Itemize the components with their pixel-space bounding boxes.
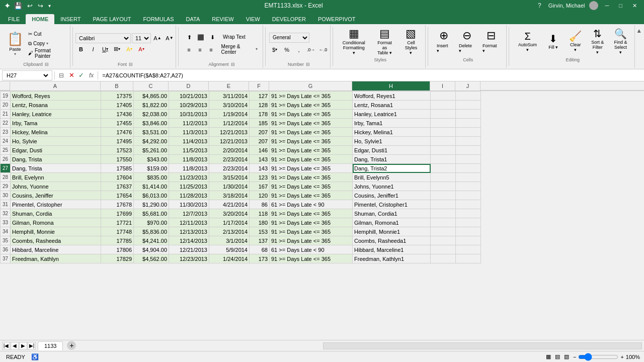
cell[interactable]: 12/11/2013 <box>169 218 209 227</box>
cell[interactable]: 17604 <box>101 173 134 182</box>
col-header-e[interactable]: E <box>209 81 249 90</box>
help-button[interactable]: ? <box>535 1 544 10</box>
row-number[interactable]: 26 <box>1 155 11 164</box>
cell[interactable]: $970.00 <box>134 218 169 227</box>
cell[interactable]: 143 <box>250 155 270 164</box>
row-number[interactable]: 35 <box>1 236 11 245</box>
cell[interactable] <box>431 92 456 101</box>
cell[interactable]: $4,241.00 <box>134 236 169 245</box>
cell[interactable] <box>456 146 481 155</box>
cell[interactable]: 123 <box>250 173 270 182</box>
cell[interactable]: 11/25/2013 <box>169 182 209 191</box>
cell[interactable]: Coombs, Rasheeda1 <box>353 236 431 245</box>
cell[interactable]: 91 >= Days Late <= 365 <box>270 119 353 128</box>
row-number[interactable]: 34 <box>1 227 11 236</box>
cell[interactable]: 17495 <box>101 137 134 146</box>
cell[interactable]: 1/17/2014 <box>209 218 250 227</box>
cell[interactable]: 17721 <box>101 218 134 227</box>
decrease-decimal-button[interactable]: ←.0 <box>317 45 329 55</box>
cell[interactable]: 207 <box>250 137 270 146</box>
cell[interactable] <box>456 164 481 173</box>
cell[interactable]: 10/29/2013 <box>169 101 209 110</box>
cell[interactable] <box>431 155 456 164</box>
row-number[interactable]: 21 <box>1 110 11 119</box>
name-box[interactable]: H27 <box>2 70 52 80</box>
cell[interactable]: 91 >= Days Late <= 365 <box>270 92 353 101</box>
row-number[interactable]: 25 <box>1 146 11 155</box>
cell[interactable]: 91 >= Days Late <= 365 <box>270 182 353 191</box>
cell[interactable]: 91 >= Days Late <= 365 <box>270 254 353 263</box>
cell[interactable]: 11/30/2013 <box>169 200 209 209</box>
tab-view[interactable]: VIEW <box>240 14 266 24</box>
cell[interactable] <box>431 173 456 182</box>
delete-button[interactable]: ⊖ Delete ▾ <box>455 27 478 55</box>
cell[interactable]: Hibbard, Marceline <box>11 245 101 254</box>
cell[interactable]: 128 <box>250 101 270 110</box>
format-button[interactable]: ⊟ Format ▾ <box>479 27 503 55</box>
cell[interactable]: 3/20/2014 <box>209 209 250 218</box>
row-number[interactable]: 30 <box>1 191 11 200</box>
cell-styles-button[interactable]: ▧ CellStyles ▾ <box>400 27 422 55</box>
cell[interactable]: $1,822.00 <box>134 101 169 110</box>
font-size-select[interactable]: 11 <box>132 33 151 43</box>
cell[interactable]: 12/14/2013 <box>169 236 209 245</box>
cell[interactable]: Dang, Trista1 <box>353 155 431 164</box>
paste-button[interactable]: 📋 Paste ▾ <box>5 31 25 56</box>
underline-button[interactable]: U ▾ <box>100 44 111 54</box>
number-format-select[interactable]: General <box>269 33 309 43</box>
cell[interactable]: $4,904.00 <box>134 245 169 254</box>
cell[interactable]: 91 >= Days Late <= 365 <box>270 191 353 200</box>
minimize-button[interactable]: ─ <box>602 2 612 10</box>
cell[interactable]: Dang, Trista <box>11 155 101 164</box>
cell[interactable]: 4/21/2014 <box>209 200 250 209</box>
row-number[interactable]: 28 <box>1 173 11 182</box>
row-number[interactable]: 19 <box>1 92 11 101</box>
cell[interactable]: Hickey, Melina1 <box>353 128 431 137</box>
cell[interactable]: Ho, Sylvie <box>11 137 101 146</box>
cell[interactable]: $5,836.00 <box>134 227 169 236</box>
tab-data[interactable]: DATA <box>180 14 206 24</box>
cell[interactable]: 17829 <box>101 254 134 263</box>
tab-insert[interactable]: INSERT <box>54 14 87 24</box>
cell[interactable]: $159.00 <box>134 164 169 173</box>
cell[interactable]: Wofford, Reyes <box>11 92 101 101</box>
cell[interactable]: $3,531.00 <box>134 128 169 137</box>
row-number[interactable]: 23 <box>1 128 11 137</box>
cell[interactable]: 11/3/2013 <box>169 128 209 137</box>
cell[interactable]: Coombs, Rasheeda <box>11 236 101 245</box>
cell[interactable] <box>431 245 456 254</box>
clear-button[interactable]: 🧹 Clear ▾ <box>566 27 586 55</box>
cell[interactable]: Brill, Evelynn5 <box>353 173 431 182</box>
cell[interactable] <box>456 236 481 245</box>
cell[interactable] <box>431 227 456 236</box>
align-center-button[interactable]: ≡ <box>195 45 205 55</box>
ribbon-collapse[interactable]: ▲ <box>636 25 642 68</box>
cell[interactable] <box>431 200 456 209</box>
fill-button[interactable]: ⬇ Fill ▾ <box>543 27 564 55</box>
cell[interactable] <box>456 173 481 182</box>
cell[interactable]: Pimentel, Cristopher1 <box>353 200 431 209</box>
merge-center-button[interactable]: Merge & Center ▾ <box>219 45 260 54</box>
row-number[interactable]: 22 <box>1 119 11 128</box>
increase-font-button[interactable]: A▲ <box>152 33 163 43</box>
fill-color-button[interactable]: A ▾ <box>124 44 135 54</box>
cell[interactable] <box>456 155 481 164</box>
cell[interactable]: 17436 <box>101 110 134 119</box>
cell[interactable]: 153 <box>250 227 270 236</box>
cell[interactable]: 167 <box>250 182 270 191</box>
cell[interactable]: 173 <box>250 254 270 263</box>
cell[interactable]: 3/15/2014 <box>209 173 250 182</box>
zoom-in-button[interactable]: + <box>620 354 623 360</box>
cell[interactable]: Lentz, Rosana1 <box>353 101 431 110</box>
comma-button[interactable]: , <box>293 45 304 55</box>
cell[interactable]: 17405 <box>101 101 134 110</box>
cell[interactable]: Freedman, Kathlyn <box>11 254 101 263</box>
cell[interactable]: 17678 <box>101 200 134 209</box>
cell[interactable]: Hickey, Melina <box>11 128 101 137</box>
col-header-j[interactable]: J <box>455 81 480 90</box>
row-number[interactable]: 24 <box>1 137 11 146</box>
next-sheet-button[interactable]: ▶ <box>19 342 27 350</box>
cell[interactable]: 61 >= Days Late < 90 <box>270 200 353 209</box>
row-number[interactable]: 33 <box>1 218 11 227</box>
cell[interactable]: Hibbard, Marceline1 <box>353 245 431 254</box>
